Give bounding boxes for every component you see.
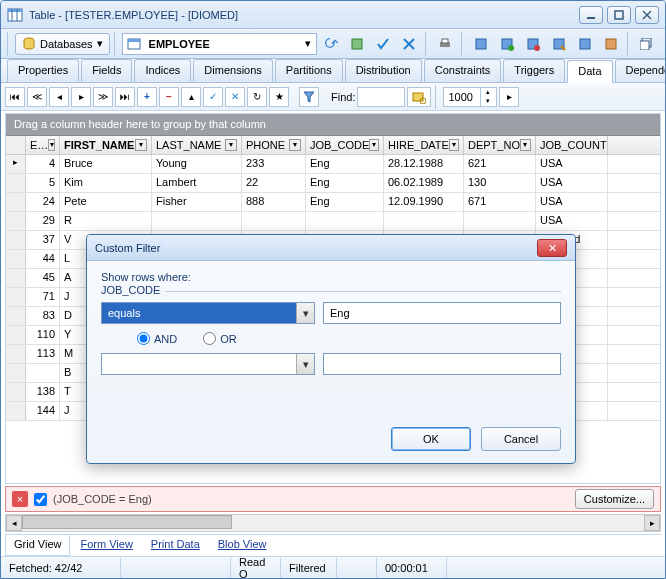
table-row[interactable]: 5KimLambert22Eng06.02.1989130USA [6,174,660,193]
tab-data[interactable]: Data [567,60,612,83]
find-input[interactable] [357,87,405,107]
cell[interactable]: 22 [242,174,306,192]
group-panel[interactable]: Drag a column header here to group by th… [6,114,660,136]
view-tab-blob[interactable]: Blob View [210,535,275,556]
scroll-left-button[interactable]: ◂ [6,515,22,531]
cell[interactable]: 83 [26,307,60,325]
filter-dropdown-icon[interactable]: ▾ [369,139,379,151]
dialog-close-button[interactable]: ✕ [537,239,567,257]
commit-button[interactable] [371,33,395,55]
cell[interactable]: 671 [464,193,536,211]
action3-button[interactable] [521,33,545,55]
operator2-combo[interactable]: ▾ [101,353,315,375]
cell[interactable]: 113 [26,345,60,363]
cell[interactable]: Eng [306,155,384,173]
value1-input[interactable] [323,302,561,324]
table-row[interactable]: 24PeteFisher888Eng12.09.1990671USA [6,193,660,212]
or-radio[interactable]: OR [203,332,237,345]
horizontal-scrollbar[interactable]: ◂ ▸ [5,514,661,532]
and-radio[interactable]: AND [137,332,177,345]
cell[interactable]: Young [152,155,242,173]
edit-row-button[interactable]: ▴ [181,87,201,107]
spin-up[interactable]: ▴ [480,88,494,97]
minimize-button[interactable] [579,6,603,24]
nav-next-page-button[interactable]: ≫ [93,87,113,107]
tab-dimensions[interactable]: Dimensions [193,59,272,82]
value2-input[interactable] [323,353,561,375]
cell[interactable] [306,212,384,230]
column-header[interactable]: PHONE▾ [242,136,306,154]
action4-button[interactable] [547,33,571,55]
cell[interactable]: USA [536,193,608,211]
cell[interactable]: 06.02.1989 [384,174,464,192]
rollback-button[interactable] [397,33,421,55]
cell[interactable]: 71 [26,288,60,306]
cell[interactable]: Kim [60,174,152,192]
cell[interactable]: 621 [464,155,536,173]
refresh-button[interactable] [319,33,343,55]
action5-button[interactable] [573,33,597,55]
cell[interactable]: 144 [26,402,60,420]
filter-dropdown-icon[interactable]: ▾ [135,139,147,151]
cell[interactable] [152,212,242,230]
cell[interactable]: 110 [26,326,60,344]
table-row[interactable]: 29RUSA [6,212,660,231]
cell[interactable] [242,212,306,230]
bookmark-button[interactable]: ★ [269,87,289,107]
find-go-button[interactable] [407,87,431,107]
cell[interactable]: Bruce [60,155,152,173]
nav-first-button[interactable]: ⏮ [5,87,25,107]
maximize-button[interactable] [607,6,631,24]
column-header[interactable]: HIRE_DATE▾ [384,136,464,154]
insert-row-button[interactable]: + [137,87,157,107]
cell[interactable]: Eng [306,174,384,192]
cell[interactable]: Pete [60,193,152,211]
view-tab-print[interactable]: Print Data [143,535,208,556]
cell[interactable]: 37 [26,231,60,249]
filter-dropdown-icon[interactable]: ▾ [449,139,459,151]
cell[interactable]: 233 [242,155,306,173]
cell[interactable]: 28.12.1988 [384,155,464,173]
filter-funnel-button[interactable] [299,87,319,107]
cell[interactable]: R [60,212,152,230]
cell[interactable]: 45 [26,269,60,287]
cancel-button[interactable]: Cancel [481,427,561,451]
cell[interactable]: 12.09.1990 [384,193,464,211]
page-size-spinner[interactable]: ▴▾ [443,87,497,107]
cell[interactable]: USA [536,212,608,230]
operator1-input[interactable] [102,303,296,323]
goto-button[interactable]: ▸ [499,87,519,107]
delete-row-button[interactable]: − [159,87,179,107]
scroll-right-button[interactable]: ▸ [644,515,660,531]
restore-button[interactable] [635,33,657,55]
chevron-down-icon[interactable]: ▾ [296,354,314,374]
tab-partitions[interactable]: Partitions [275,59,343,82]
filter-dropdown-icon[interactable]: ▾ [520,139,531,151]
nav-prev-button[interactable]: ◂ [49,87,69,107]
cell[interactable]: USA [536,174,608,192]
action1-button[interactable] [469,33,493,55]
tab-constraints[interactable]: Constraints [424,59,502,82]
spin-down[interactable]: ▾ [480,97,494,106]
close-button[interactable] [635,6,659,24]
nav-prev-page-button[interactable]: ≪ [27,87,47,107]
cell[interactable]: 4 [26,155,60,173]
cell[interactable]: 44 [26,250,60,268]
nav-next-button[interactable]: ▸ [71,87,91,107]
column-header[interactable]: JOB_COUNT…▾ [536,136,608,154]
table-name-input[interactable] [145,38,300,50]
cell[interactable]: Fisher [152,193,242,211]
action6-button[interactable] [599,33,623,55]
cell[interactable]: Eng [306,193,384,211]
compile-button[interactable] [345,33,369,55]
ok-button[interactable]: OK [391,427,471,451]
customize-filter-button[interactable]: Customize... [575,489,654,509]
action2-button[interactable] [495,33,519,55]
cell[interactable]: 24 [26,193,60,211]
filter-dropdown-icon[interactable]: ▾ [48,139,55,151]
tab-dependencies[interactable]: Dependencies [615,59,666,82]
cancel-edit-button[interactable]: ✕ [225,87,245,107]
cell[interactable]: USA [536,155,608,173]
column-header[interactable]: E…▾ [26,136,60,154]
view-tab-form[interactable]: Form View [72,535,140,556]
